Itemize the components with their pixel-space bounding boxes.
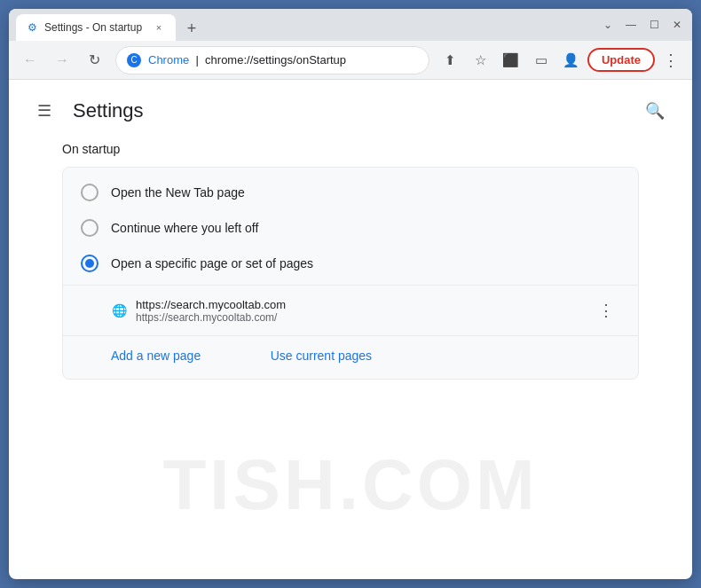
section-label: On startup: [62, 142, 639, 156]
page-content: ☰ Settings 🔍 On startup Open the New Tab…: [9, 80, 692, 415]
refresh-button[interactable]: ↻: [80, 46, 108, 74]
use-current-pages-button[interactable]: Use current pages: [223, 340, 390, 372]
address-site: Chrome | chrome://settings/onStartup: [148, 53, 346, 67]
extension-icon[interactable]: ⬛: [497, 46, 525, 74]
tab-area: ⚙ Settings - On startup × +: [16, 9, 596, 41]
forward-button[interactable]: →: [48, 46, 76, 74]
toolbar-actions: ⬆ ☆ ⬛ ▭ 👤 Update ⋮: [437, 46, 685, 74]
new-tab-button[interactable]: +: [179, 16, 204, 41]
profile-icon[interactable]: 👤: [557, 46, 586, 74]
tab-search-icon[interactable]: ▭: [527, 46, 555, 74]
url-texts: https://search.mycooltab.com https://sea…: [136, 298, 583, 324]
url-display-name: https://search.mycooltab.com: [136, 298, 583, 311]
option-specific-page-label: Open a specific page or set of pages: [111, 256, 313, 270]
url-address: https://search.mycooltab.com/: [136, 311, 583, 324]
share-icon[interactable]: ⬆: [437, 46, 465, 74]
window-controls: ⌄ — ☐ ✕: [600, 17, 685, 33]
bookmark-icon[interactable]: ☆: [467, 46, 495, 74]
tab-favicon: ⚙: [25, 20, 39, 35]
divider-2: [63, 335, 638, 336]
url-more-button[interactable]: ⋮: [592, 296, 620, 325]
options-card: Open the New Tab page Continue where you…: [62, 167, 639, 380]
settings-body: On startup Open the New Tab page Continu…: [9, 142, 692, 415]
hamburger-menu-button[interactable]: ☰: [30, 94, 59, 128]
radio-specific-page[interactable]: [81, 255, 98, 272]
tab-close-button[interactable]: ×: [151, 20, 167, 35]
page-wrapper: ☰ Settings 🔍 On startup Open the New Tab…: [9, 80, 692, 579]
watermark: TISH.COM: [162, 444, 538, 526]
divider: [63, 285, 638, 286]
title-bar: ⚙ Settings - On startup × + ⌄ — ☐ ✕: [9, 9, 692, 41]
option-new-tab-label: Open the New Tab page: [111, 185, 245, 200]
page-title: Settings: [73, 99, 144, 122]
settings-header: ☰ Settings 🔍: [9, 80, 692, 142]
address-url: chrome://settings/onStartup: [205, 53, 346, 67]
tab-title: Settings - On startup: [44, 21, 142, 34]
minimize-button[interactable]: —: [623, 17, 639, 33]
search-settings-button[interactable]: 🔍: [639, 95, 671, 127]
chrome-menu-button[interactable]: ⋮: [657, 46, 685, 74]
site-name: Chrome: [148, 53, 189, 67]
back-button[interactable]: ←: [16, 46, 44, 74]
radio-continue[interactable]: [81, 219, 98, 237]
close-button[interactable]: ✕: [669, 17, 685, 33]
chevron-down-icon[interactable]: ⌄: [600, 17, 616, 33]
option-new-tab[interactable]: Open the New Tab page: [63, 175, 638, 210]
active-tab[interactable]: ⚙ Settings - On startup ×: [16, 14, 176, 41]
url-entry: 🌐 https://search.mycooltab.com https://s…: [63, 289, 638, 332]
radio-new-tab[interactable]: [81, 184, 98, 201]
url-site-icon: 🌐: [111, 302, 127, 318]
option-continue[interactable]: Continue where you left off: [63, 210, 638, 246]
maximize-button[interactable]: ☐: [646, 17, 662, 33]
browser-window: ⚙ Settings - On startup × + ⌄ — ☐ ✕ ← → …: [9, 9, 692, 579]
option-specific-page[interactable]: Open a specific page or set of pages: [63, 246, 638, 281]
add-new-page-button[interactable]: Add a new page: [63, 340, 218, 372]
option-continue-label: Continue where you left off: [111, 221, 258, 235]
chrome-favicon: C: [127, 53, 141, 67]
update-button[interactable]: Update: [587, 48, 655, 72]
address-bar[interactable]: C Chrome | chrome://settings/onStartup: [115, 46, 429, 74]
toolbar: ← → ↻ C Chrome | chrome://settings/onSta…: [9, 41, 692, 80]
